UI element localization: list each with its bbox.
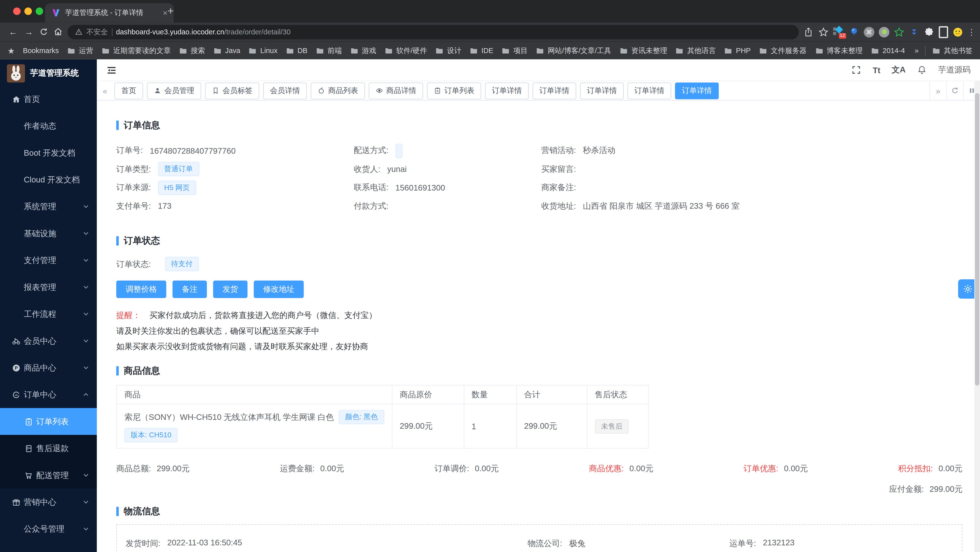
username[interactable]: 芋道源码	[938, 64, 970, 76]
settings-fab[interactable]	[958, 279, 977, 299]
extension-command-icon[interactable]: ⌘	[864, 27, 874, 37]
reader-icon[interactable]	[939, 26, 948, 38]
other-bookmarks[interactable]: 其他书签	[932, 46, 972, 55]
bookmark-star-icon[interactable]	[818, 27, 829, 37]
sidebar-item-1[interactable]: 作者动态	[0, 113, 97, 139]
sidebar-item-14[interactable]: 配送管理	[0, 461, 97, 488]
tabs-refresh-icon[interactable]	[947, 81, 963, 100]
sidebar-item-13[interactable]: 售后退款	[0, 435, 97, 461]
window-zoom-button[interactable]	[36, 8, 43, 15]
window-minimize-button[interactable]	[24, 8, 32, 15]
extension-diamond-icon[interactable]: 12	[833, 26, 845, 38]
tab-订单详情-7[interactable]: 订单详情	[485, 82, 529, 99]
bookmark-label: Linux	[260, 47, 278, 54]
bookmark-item[interactable]: 前端	[316, 46, 342, 55]
bookmark-item[interactable]: DB	[286, 46, 307, 55]
notice-line: 如果买家表示没收到货或货物有问题，请及时联系买家处理，友好协商	[116, 339, 963, 354]
browser-menu-icon[interactable]: ⋮	[967, 30, 972, 33]
tab-订单详情-10[interactable]: 订单详情	[628, 82, 671, 99]
sidebar-item-4[interactable]: 系统管理	[0, 193, 97, 220]
action-button-3[interactable]: 修改地址	[254, 281, 304, 298]
order-info-field: 配送方式:	[354, 145, 541, 157]
bookmarks-overflow-icon[interactable]: »	[915, 46, 919, 55]
profile-avatar[interactable]	[953, 27, 963, 37]
bookmark-item[interactable]: 资讯未整理	[619, 46, 667, 55]
notification-bell-icon[interactable]	[917, 65, 927, 75]
main-area: Tt 文A 芋道源码 « 首页会员管理会员标签会员详情商品列表商品详情订单列表订…	[97, 59, 980, 552]
tabs-scroll-right-icon[interactable]: »	[929, 81, 947, 100]
reload-icon[interactable]	[39, 27, 49, 37]
share-icon[interactable]	[803, 27, 814, 37]
sidebar-item-8[interactable]: 工作流程	[0, 301, 97, 327]
action-button-1[interactable]: 备注	[172, 281, 207, 298]
table-header: 售后状态	[587, 385, 648, 404]
font-size-icon[interactable]: Tt	[873, 65, 880, 75]
bookmark-item[interactable]: 搜索	[179, 46, 205, 55]
bookmark-item[interactable]: 其他语言	[675, 46, 716, 55]
bookmark-item[interactable]: 设计	[435, 46, 461, 55]
sidebar-item-label: 配送管理	[37, 469, 69, 481]
bookmark-item[interactable]: 近期需要读的文章	[102, 46, 171, 55]
bookmark-item[interactable]: Linux	[248, 46, 277, 55]
sidebar-item-9[interactable]: 会员中心	[0, 327, 97, 354]
extensions-puzzle-icon[interactable]	[924, 27, 934, 37]
action-button-0[interactable]: 调整价格	[116, 281, 166, 298]
tab-订单详情-9[interactable]: 订单详情	[580, 82, 624, 99]
tab-商品详情-5[interactable]: 商品详情	[369, 82, 423, 99]
tab-close-icon[interactable]: ×	[163, 8, 167, 17]
tab-订单详情-8[interactable]: 订单详情	[533, 82, 576, 99]
bookmark-item[interactable]: 网站/博客/文章/工具	[536, 46, 611, 55]
extension-dot-icon[interactable]	[879, 27, 889, 37]
scrollbar-track[interactable]	[974, 81, 980, 552]
sidebar-item-11[interactable]: 订单中心	[0, 381, 97, 408]
window-close-button[interactable]	[13, 8, 21, 15]
field-label: 支付单号:	[116, 200, 151, 212]
bookmark-item[interactable]: 运营	[67, 46, 93, 55]
bookmark-item[interactable]: 游戏	[350, 46, 376, 55]
sidebar-item-7[interactable]: 报表管理	[0, 274, 97, 301]
fullscreen-icon[interactable]	[851, 65, 862, 75]
extension-chevrons-icon[interactable]	[909, 27, 920, 37]
action-button-2[interactable]: 发货	[213, 281, 248, 298]
sidebar-item-5[interactable]: 基础设施	[0, 220, 97, 247]
bookmark-item[interactable]: PHP	[724, 46, 751, 55]
sidebar-item-12[interactable]: 订单列表	[0, 408, 97, 435]
bookmark-item[interactable]: Java	[213, 46, 240, 55]
scrollbar-thumb[interactable]	[975, 93, 980, 385]
tabs-scroll-left-icon[interactable]: «	[97, 81, 113, 100]
bookmark-item[interactable]: 项目	[501, 46, 528, 55]
home-icon[interactable]	[53, 27, 63, 37]
sidebar-item-0[interactable]: 首页	[0, 86, 97, 113]
sidebar-item-15[interactable]: 营销中心	[0, 488, 97, 515]
browser-tab[interactable]: 芋道管理系统 - 订单详情 ×	[45, 3, 173, 22]
bookmark-item[interactable]: 博客未整理	[815, 46, 862, 55]
locale-icon[interactable]: 文A	[892, 64, 905, 76]
field-label: 配送方式:	[354, 145, 388, 156]
extension-green-star-icon[interactable]	[894, 27, 904, 37]
bookmark-item[interactable]: IDE	[469, 46, 493, 55]
sidebar-item-10[interactable]: P商品中心	[0, 354, 97, 381]
bookmark-label: 游戏	[362, 46, 376, 55]
bookmark-item[interactable]: 软件/硬件	[384, 46, 427, 55]
tab-商品列表-4[interactable]: 商品列表	[311, 82, 365, 99]
tab-会员管理-1[interactable]: 会员管理	[147, 82, 201, 99]
product-table: 商品商品原价数量合计售后状态 索尼（SONY）WH-CH510 无线立体声耳机 …	[116, 385, 648, 449]
sidebar-item-2[interactable]: Boot 开发文档	[0, 139, 97, 166]
field-label: 订单类型:	[116, 163, 151, 175]
bookmark-item[interactable]: 2014-4	[871, 46, 905, 55]
sidebar-item-3[interactable]: Cloud 开发文档	[0, 166, 97, 193]
tab-订单列表-6[interactable]: 订单列表	[427, 82, 481, 99]
url-bar[interactable]: 不安全 dashboard-vue3.yudao.iocoder.cn/trad…	[68, 25, 799, 39]
extension-balloon-icon[interactable]	[849, 27, 859, 37]
tab-首页-0[interactable]: 首页	[115, 82, 143, 99]
forward-icon[interactable]: →	[23, 27, 34, 37]
tab-订单详情-11[interactable]: 订单详情	[675, 82, 719, 99]
bookmark-item[interactable]: 文件服务器	[759, 46, 807, 55]
new-tab-button[interactable]: +	[167, 5, 173, 17]
back-icon[interactable]: ←	[8, 27, 19, 37]
collapse-menu-icon[interactable]	[107, 65, 117, 75]
sidebar-item-16[interactable]: 公众号管理	[0, 515, 97, 542]
tab-会员标签-2[interactable]: 会员标签	[205, 82, 259, 99]
tab-会员详情-3[interactable]: 会员详情	[263, 82, 307, 99]
sidebar-item-6[interactable]: 支付管理	[0, 247, 97, 274]
